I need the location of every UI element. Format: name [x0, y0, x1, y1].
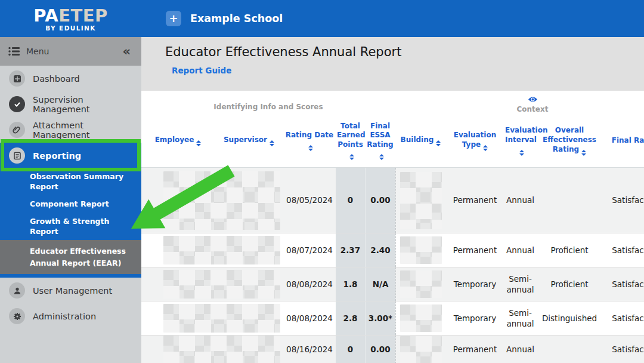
cell-total-earned-points: 0: [336, 336, 365, 363]
sidebar: Menu « Dashboard Supervision Management …: [0, 37, 141, 363]
sort-icon: [581, 150, 586, 156]
column-header-evaluation-interval[interactable]: Evaluation Interval: [504, 126, 537, 155]
group-context: Context: [395, 92, 644, 113]
collapse-sidebar-icon[interactable]: «: [122, 45, 131, 58]
redacted-employee-supervisor: [163, 270, 280, 299]
redacted-employee-supervisor: [163, 336, 280, 363]
sidebar-item-user-management[interactable]: User Management: [0, 278, 141, 303]
redacted-employee-supervisor: [163, 171, 280, 230]
column-header-evaluation-type[interactable]: Evaluation Type: [446, 131, 504, 151]
table-row[interactable]: 08/16/2024 0 0.00 Permanent Annual Satis…: [141, 335, 644, 363]
column-header-final-essa-rating[interactable]: Final ESSA Rating: [365, 122, 395, 161]
cell-rating-date: 08/08/2024: [283, 302, 336, 335]
redacted-building: [400, 336, 442, 363]
menu-label: Menu: [26, 47, 49, 56]
report-table: Identifying Info and Scores Context Empl…: [141, 91, 644, 363]
school-name: Example School: [190, 13, 283, 24]
sidebar-item-attachment-management[interactable]: Attachment Management: [0, 117, 141, 143]
sort-icon: [483, 145, 488, 151]
sort-icon: [349, 154, 354, 160]
cell-evaluation-interval: Annual: [504, 233, 537, 267]
gear-icon: [9, 308, 25, 324]
cell-evaluation-interval: Semi-annual: [504, 302, 537, 335]
cell-final-essa-rating: 0.00: [365, 336, 395, 363]
table-row[interactable]: 08/08/2024 1.8 N/A Temporary Semi-annual…: [141, 267, 644, 301]
redacted-building: [400, 236, 442, 264]
top-bar: PAETEP BY EDULINK + Example School: [0, 0, 644, 37]
cell-evaluation-type: Permanent: [446, 168, 504, 233]
cell-overall-effectiveness-rating: Proficient: [537, 233, 602, 267]
add-school-button[interactable]: +: [166, 11, 181, 26]
cell-final-rating: Satisfactory: [602, 267, 644, 301]
sidebar-subitem-eear[interactable]: Educator Effectiveness Annual Report (EE…: [0, 240, 141, 274]
logo-secondary: ETEP: [58, 5, 108, 26]
page-header: Educator Effectiveness Annual Report Rep…: [141, 37, 644, 91]
logo-primary: PA: [33, 5, 58, 26]
cell-evaluation-interval: Annual: [504, 336, 537, 363]
report-icon: [9, 147, 25, 164]
sidebar-item-dashboard[interactable]: Dashboard: [0, 66, 141, 91]
sidebar-item-label: Attachment Management: [33, 121, 141, 140]
sidebar-item-label: Supervision Management: [33, 95, 141, 114]
sidebar-item-label: User Management: [33, 286, 112, 296]
table-row[interactable]: 08/05/2024 0 0.00 Permanent Annual Satis…: [141, 168, 644, 233]
menu-list-icon: [8, 47, 20, 56]
sidebar-item-administration[interactable]: Administration: [0, 303, 141, 329]
column-header-rating-date[interactable]: Rating Date: [283, 131, 336, 151]
logo-tagline: BY EDULINK: [0, 24, 141, 32]
redacted-building: [400, 304, 442, 332]
column-header-final-rating[interactable]: Final Rating: [602, 136, 644, 146]
sidebar-item-label: Dashboard: [33, 74, 80, 84]
sidebar-item-reporting[interactable]: Reporting: [0, 143, 141, 168]
cell-evaluation-type: Temporary: [446, 302, 504, 335]
cell-total-earned-points: 0: [336, 168, 365, 233]
redacted-employee-supervisor: [163, 236, 280, 264]
cell-evaluation-interval: Annual: [504, 168, 537, 233]
sidebar-subitem-growth-strength-report[interactable]: Growth & Strength Report: [0, 213, 141, 241]
cell-overall-effectiveness-rating: [537, 336, 602, 363]
cell-overall-effectiveness-rating: Distinguished: [537, 302, 602, 335]
sidebar-item-supervision-management[interactable]: Supervision Management: [0, 91, 141, 117]
column-header-employee[interactable]: Employee: [141, 136, 215, 146]
reporting-section: Reporting Observation Summary Report Com…: [0, 143, 141, 278]
redacted-building: [400, 270, 442, 298]
column-group-header: Identifying Info and Scores Context: [141, 91, 644, 115]
column-header-building[interactable]: Building: [395, 136, 446, 146]
sidebar-item-label: Reporting: [33, 151, 81, 161]
sort-icon: [196, 140, 201, 146]
cell-rating-date: 08/05/2024: [283, 168, 336, 233]
cell-overall-effectiveness-rating: Proficient: [537, 267, 602, 301]
column-header-overall-effectiveness-rating[interactable]: Overall Effectiveness Rating: [537, 126, 602, 155]
sidebar-subitem-observation-summary-report[interactable]: Observation Summary Report: [0, 168, 141, 196]
cell-final-rating: Satisfactory: [602, 168, 644, 233]
sort-icon: [379, 154, 384, 160]
plus-icon: +: [169, 13, 178, 24]
cell-total-earned-points: 2.8: [336, 302, 365, 335]
app-logo: PAETEP BY EDULINK: [0, 5, 141, 32]
sort-icon: [436, 140, 441, 146]
paperclip-icon: [9, 122, 25, 138]
column-header-supervisor[interactable]: Supervisor: [215, 136, 283, 146]
redacted-building: [400, 172, 442, 229]
cell-final-rating: Satisfactory: [602, 302, 644, 335]
cell-evaluation-type: Permanent: [446, 233, 504, 267]
cell-rating-date: 08/16/2024: [283, 336, 336, 363]
report-guide-link[interactable]: Report Guide: [172, 66, 231, 75]
sidebar-subitem-component-report[interactable]: Component Report: [0, 196, 141, 213]
table-row[interactable]: 08/08/2024 2.8 3.00* Temporary Semi-annu…: [141, 301, 644, 335]
user-icon: [9, 282, 25, 299]
sort-icon: [308, 145, 313, 151]
cell-final-rating: Satisfactory: [602, 233, 644, 267]
dashboard-icon: [9, 70, 25, 87]
cell-final-essa-rating: N/A: [365, 267, 395, 301]
cell-total-earned-points: 2.37: [336, 233, 365, 267]
sidebar-item-label: Administration: [33, 312, 96, 321]
table-row[interactable]: 08/07/2024 2.37 2.40 Permanent Annual Pr…: [141, 233, 644, 267]
sort-icon: [519, 150, 524, 156]
column-header-total-earned-points[interactable]: Total Earned Points: [336, 122, 365, 161]
table-header-row: Employee Supervisor Rating Date Total Ea…: [141, 115, 644, 168]
sidebar-menu-bar: Menu «: [0, 37, 141, 66]
check-circle-icon: [9, 96, 25, 112]
eye-icon[interactable]: [528, 96, 538, 103]
cell-final-essa-rating: 2.40: [365, 233, 395, 267]
